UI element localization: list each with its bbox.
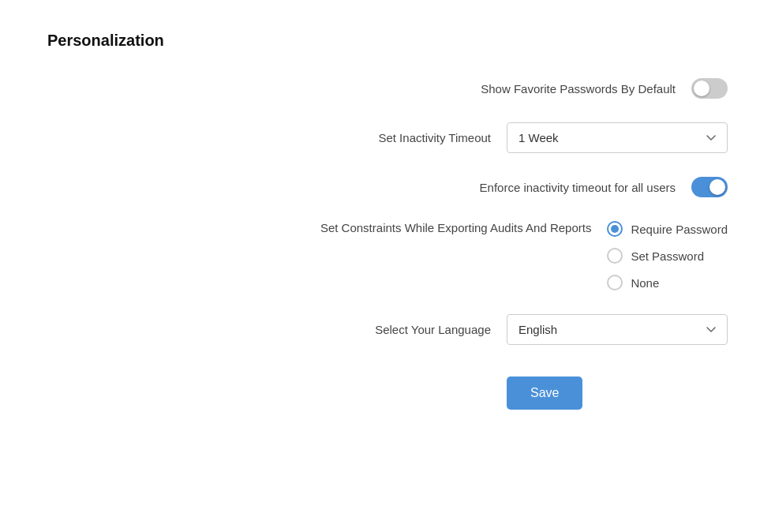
export-constraints-row: Set Constraints While Exporting Audits A…: [47, 221, 728, 290]
enforce-timeout-control: [691, 177, 728, 197]
radio-option-none[interactable]: None: [607, 275, 728, 290]
inactivity-timeout-control: Never 1 Hour 4 Hours 1 Day 1 Week 2 Week…: [507, 122, 728, 153]
toggle-track-enforce: [691, 177, 728, 197]
page-title: Personalization: [47, 32, 728, 50]
enforce-timeout-label: Enforce inactivity timeout for all users: [480, 181, 676, 194]
radio-set-password-label: Set Password: [631, 249, 704, 263]
export-constraints-control: Require Password Set Password None: [607, 221, 728, 290]
settings-container: Personalization Show Favorite Passwords …: [0, 0, 775, 441]
language-label: Select Your Language: [375, 323, 491, 336]
radio-none-input[interactable]: [607, 275, 623, 290]
inactivity-timeout-label: Set Inactivity Timeout: [378, 131, 491, 144]
show-favorites-label: Show Favorite Passwords By Default: [481, 82, 676, 96]
toggle-thumb-favorites: [694, 81, 709, 96]
radio-option-require-password[interactable]: Require Password: [607, 221, 728, 237]
language-control: English Spanish French German Portuguese…: [507, 314, 728, 345]
show-favorites-toggle[interactable]: [691, 78, 728, 99]
toggle-thumb-enforce: [709, 179, 725, 195]
radio-require-password-input[interactable]: [607, 221, 623, 237]
language-row: Select Your Language English Spanish Fre…: [47, 314, 728, 345]
enforce-timeout-toggle[interactable]: [691, 177, 728, 197]
settings-form: Show Favorite Passwords By Default Set I…: [47, 78, 728, 410]
save-row: Save: [47, 377, 728, 410]
save-button[interactable]: Save: [507, 377, 582, 410]
export-constraints-options: Require Password Set Password None: [607, 221, 728, 290]
save-row-inner: Save: [507, 377, 728, 410]
show-favorites-row: Show Favorite Passwords By Default: [47, 78, 728, 99]
radio-require-password-label: Require Password: [631, 223, 728, 236]
radio-none-label: None: [631, 276, 659, 290]
radio-option-set-password[interactable]: Set Password: [607, 248, 728, 264]
enforce-timeout-row: Enforce inactivity timeout for all users: [47, 177, 728, 197]
export-constraints-label: Set Constraints While Exporting Audits A…: [320, 221, 592, 234]
inactivity-timeout-row: Set Inactivity Timeout Never 1 Hour 4 Ho…: [47, 122, 728, 153]
show-favorites-control: [691, 78, 728, 99]
toggle-track-favorites: [691, 78, 728, 99]
language-select[interactable]: English Spanish French German Portuguese…: [507, 314, 728, 345]
radio-set-password-input[interactable]: [607, 248, 623, 264]
inactivity-timeout-select[interactable]: Never 1 Hour 4 Hours 1 Day 1 Week 2 Week…: [507, 122, 728, 153]
